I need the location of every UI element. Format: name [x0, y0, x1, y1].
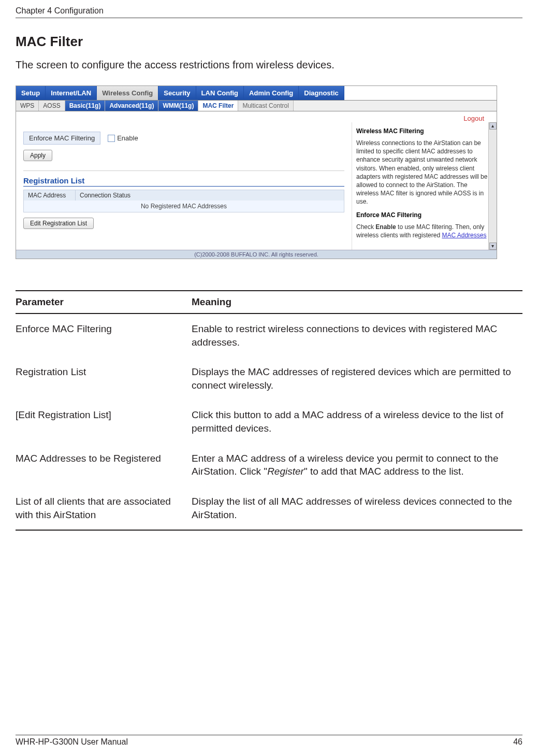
help-body-wireless-mac: Wireless connections to the AirStation c… [356, 139, 490, 206]
section-description: The screen to configure the access restr… [16, 59, 522, 71]
logout-link[interactable]: Logout [463, 115, 484, 122]
param-meaning: Enable to restrict wireless connections … [192, 322, 522, 349]
scroll-up-icon[interactable]: ▴ [489, 122, 497, 130]
subtab-wmm[interactable]: WMM(11g) [158, 101, 198, 111]
tab-setup[interactable]: Setup [16, 86, 46, 100]
table-row: Registration List Displays the MAC addre… [16, 357, 522, 400]
page-number: 46 [513, 737, 522, 747]
parameter-table: Parameter Meaning Enforce MAC Filtering … [16, 290, 522, 531]
param-meaning: Display the list of all MAC addresses of… [192, 495, 522, 521]
table-row: [Edit Registration List] Click this butt… [16, 400, 522, 443]
param-meaning: Click this button to add a MAC address o… [192, 408, 522, 435]
section-title: MAC Filter [16, 34, 522, 50]
subtab-advanced[interactable]: Advanced(11g) [105, 101, 158, 111]
manual-name: WHR-HP-G300N User Manual [16, 737, 128, 747]
subtab-basic[interactable]: Basic(11g) [65, 101, 106, 111]
config-pane: Enforce MAC Filtering Enable Apply Regis… [16, 122, 352, 250]
tab-security[interactable]: Security [158, 86, 196, 100]
param-name: [Edit Registration List] [16, 408, 192, 435]
mac-addresses-link[interactable]: MAC Addresses [442, 232, 486, 239]
apply-button[interactable]: Apply [23, 150, 52, 161]
tab-wireless-config[interactable]: Wireless Config [97, 86, 158, 100]
no-registered-message: No Registered MAC Addresses [24, 201, 344, 212]
param-meaning: Enter a MAC address of a wireless device… [192, 452, 522, 478]
subtab-wps[interactable]: WPS [16, 101, 39, 111]
col-mac-address: MAC Address [24, 190, 76, 201]
tab-admin-config[interactable]: Admin Config [244, 86, 299, 100]
enable-checkbox[interactable] [108, 135, 115, 142]
subtab-multicast[interactable]: Multicast Control [238, 101, 293, 111]
chapter-label: Chapter 4 Configuration [16, 6, 104, 16]
tab-lan-config[interactable]: LAN Config [196, 86, 244, 100]
param-name: Enforce MAC Filtering [16, 322, 192, 349]
table-row: Enforce MAC Filtering Enable to restrict… [16, 314, 522, 357]
help-title-enforce: Enforce MAC Filtering [356, 211, 490, 219]
table-row: MAC Addresses to be Registered Enter a M… [16, 444, 522, 487]
registration-table: MAC Address Connection Status No Registe… [23, 190, 344, 212]
param-name: List of all clients that are associated … [16, 495, 192, 521]
help-pane: Wireless MAC Filtering Wireless connecti… [352, 122, 497, 250]
param-name: Registration List [16, 365, 192, 392]
copyright-footer: (C)2000-2008 BUFFALO INC. All rights res… [16, 250, 497, 259]
scrollbar[interactable]: ▴ ▾ [488, 122, 497, 250]
header-parameter: Parameter [16, 296, 192, 308]
scroll-down-icon[interactable]: ▾ [489, 243, 497, 250]
help-body-enforce: Check Enable to use MAC filtering. Then,… [356, 223, 490, 239]
router-admin-screenshot: Setup Internet/LAN Wireless Config Secur… [16, 85, 497, 259]
enforce-mac-label: Enforce MAC Filtering [23, 132, 100, 145]
main-tab-bar: Setup Internet/LAN Wireless Config Secur… [16, 86, 497, 101]
header-meaning: Meaning [192, 296, 522, 308]
edit-registration-list-button[interactable]: Edit Registration List [23, 218, 94, 229]
tab-diagnostic[interactable]: Diagnostic [299, 86, 344, 100]
param-name: MAC Addresses to be Registered [16, 452, 192, 478]
subtab-mac-filter[interactable]: MAC Filter [198, 101, 238, 111]
tab-internet-lan[interactable]: Internet/LAN [46, 86, 97, 100]
param-meaning: Displays the MAC addresses of registered… [192, 365, 522, 392]
subtab-aoss[interactable]: AOSS [39, 101, 65, 111]
registration-list-title: Registration List [23, 176, 344, 187]
enable-label: Enable [117, 134, 138, 142]
sub-tab-bar: WPS AOSS Basic(11g) Advanced(11g) WMM(11… [16, 101, 497, 111]
col-connection-status: Connection Status [76, 190, 344, 201]
help-title-wireless-mac: Wireless MAC Filtering [356, 127, 490, 135]
table-row: List of all clients that are associated … [16, 487, 522, 531]
